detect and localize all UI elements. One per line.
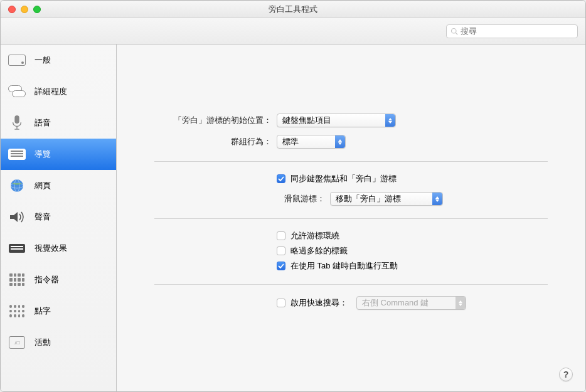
select-value: 移動「旁白」游標 xyxy=(336,193,401,204)
chevron-updown-icon xyxy=(385,114,395,127)
sidebar-item-visuals[interactable]: 視覺效果 xyxy=(1,233,116,264)
help-button[interactable]: ? xyxy=(559,368,573,381)
titlebar: 旁白工具程式 xyxy=(1,1,585,18)
divider xyxy=(154,284,548,285)
chevron-updown-icon xyxy=(432,193,442,205)
speaker-icon xyxy=(7,208,27,226)
svg-point-5 xyxy=(11,179,23,192)
sidebar-item-label: 指令器 xyxy=(35,274,59,285)
auto-tab-checkbox-row: 在使用 Tab 鍵時自動進行互動 xyxy=(277,260,548,272)
quicknav-checkbox[interactable] xyxy=(277,299,285,307)
toolbar xyxy=(1,18,585,45)
sync-cursor-checkbox[interactable] xyxy=(277,174,285,183)
auto-tab-checkbox[interactable] xyxy=(277,262,285,270)
sidebar: 一般 詳細程度 語音 導覽 網頁 聲音 xyxy=(1,45,117,391)
sidebar-item-braille[interactable]: 點字 xyxy=(1,295,116,327)
commanders-icon xyxy=(7,271,27,289)
window: 旁白工具程式 一般 詳細程度 語音 導覽 xyxy=(0,0,586,392)
sidebar-item-label: 視覺效果 xyxy=(35,243,67,254)
sidebar-item-label: 一般 xyxy=(35,55,51,66)
divider xyxy=(154,218,548,219)
sync-cursor-checkbox-row: 同步鍵盤焦點和「旁白」游標 xyxy=(277,173,548,184)
mouse-cursor-select[interactable]: 移動「旁白」游標 xyxy=(330,192,443,206)
checkbox-label: 允許游標環繞 xyxy=(290,230,339,241)
sidebar-item-activities[interactable]: ♪□ 活動 xyxy=(1,327,116,358)
initial-cursor-select[interactable]: 鍵盤焦點項目 xyxy=(277,114,396,127)
allow-wrap-checkbox-row: 允許游標環繞 xyxy=(277,230,548,241)
braille-icon xyxy=(7,302,27,320)
sidebar-item-verbosity[interactable]: 詳細程度 xyxy=(1,76,116,107)
sidebar-item-navigation[interactable]: 導覽 xyxy=(1,139,116,170)
minimize-button[interactable] xyxy=(21,6,28,13)
body: 一般 詳細程度 語音 導覽 網頁 聲音 xyxy=(1,45,585,391)
sidebar-item-label: 語音 xyxy=(35,117,51,129)
search-box[interactable] xyxy=(446,24,578,38)
close-button[interactable] xyxy=(8,6,16,13)
traffic-lights xyxy=(8,6,41,13)
chevron-updown-icon xyxy=(455,297,466,309)
divider xyxy=(154,161,548,162)
sidebar-item-label: 點字 xyxy=(35,305,51,317)
initial-cursor-label: 「旁白」游標的初始位置： xyxy=(154,115,277,126)
visuals-icon xyxy=(7,240,27,257)
search-icon xyxy=(450,28,458,35)
mouse-cursor-label: 滑鼠游標： xyxy=(154,193,330,204)
general-icon xyxy=(7,51,27,69)
sidebar-item-label: 詳細程度 xyxy=(35,86,67,97)
content-pane: 「旁白」游標的初始位置： 鍵盤焦點項目 群組行為： 標準 同步鍵盤焦點和「旁白」… xyxy=(117,45,585,391)
select-value: 右側 Command 鍵 xyxy=(362,297,429,309)
sidebar-item-label: 聲音 xyxy=(35,211,51,223)
skip-redundant-checkbox-row: 略過多餘的標籤 xyxy=(277,245,548,257)
select-value: 鍵盤焦點項目 xyxy=(282,115,331,126)
sidebar-item-web[interactable]: 網頁 xyxy=(1,170,116,201)
skip-redundant-checkbox[interactable] xyxy=(277,246,285,255)
sidebar-item-general[interactable]: 一般 xyxy=(1,45,116,76)
group-behavior-label: 群組行為： xyxy=(154,136,277,147)
help-icon: ? xyxy=(563,369,569,379)
sidebar-item-label: 活動 xyxy=(35,337,51,348)
activities-icon: ♪□ xyxy=(7,334,27,351)
chevron-updown-icon xyxy=(335,135,345,148)
globe-icon xyxy=(7,177,27,194)
sidebar-item-label: 導覽 xyxy=(35,149,51,160)
sidebar-item-label: 網頁 xyxy=(35,180,51,191)
allow-wrap-checkbox[interactable] xyxy=(277,231,285,240)
quicknav-select[interactable]: 右側 Command 鍵 xyxy=(356,296,466,310)
checkbox-label: 同步鍵盤焦點和「旁白」游標 xyxy=(290,173,397,184)
microphone-icon xyxy=(7,114,27,132)
select-value: 標準 xyxy=(282,136,299,147)
svg-point-0 xyxy=(452,28,457,33)
checkbox-label: 在使用 Tab 鍵時自動進行互動 xyxy=(290,260,398,272)
navigation-icon xyxy=(7,146,27,163)
svg-rect-2 xyxy=(14,115,19,124)
sidebar-item-speech[interactable]: 語音 xyxy=(1,107,116,139)
checkbox-label: 略過多餘的標籤 xyxy=(290,245,348,257)
group-behavior-select[interactable]: 標準 xyxy=(277,135,346,149)
checkbox-label: 啟用快速搜尋： xyxy=(290,297,348,309)
quicknav-checkbox-row: 啟用快速搜尋： xyxy=(277,297,348,309)
search-input[interactable] xyxy=(461,26,573,36)
sidebar-item-sound[interactable]: 聲音 xyxy=(1,201,116,233)
window-title: 旁白工具程式 xyxy=(1,4,585,15)
sidebar-item-commanders[interactable]: 指令器 xyxy=(1,264,116,295)
zoom-button[interactable] xyxy=(33,6,41,13)
verbosity-icon xyxy=(7,83,27,100)
svg-line-1 xyxy=(455,33,457,34)
